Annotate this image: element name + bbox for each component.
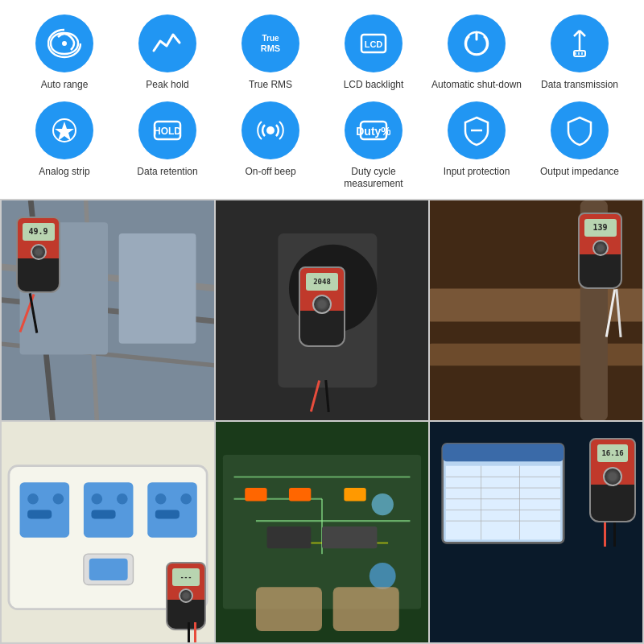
svg-marker-15 bbox=[55, 122, 74, 141]
svg-rect-40 bbox=[20, 483, 70, 538]
svg-point-41 bbox=[27, 493, 39, 505]
svg-point-18 bbox=[266, 126, 275, 134]
feature-duty-cycle: Duty% Duty cycle measurement bbox=[325, 101, 422, 191]
feature-analog-strip: Analog strip bbox=[16, 101, 113, 191]
svg-rect-48 bbox=[147, 483, 197, 538]
output-impedance-label: Output impedance bbox=[540, 166, 619, 179]
feature-data-retention: HOLD Data retention bbox=[119, 101, 216, 191]
lcd-backlight-icon: LCD bbox=[345, 14, 402, 72]
photo-grid: 49.9 2048 bbox=[0, 199, 644, 644]
on-off-beep-label: On-off beep bbox=[245, 166, 295, 179]
svg-text:Duty%: Duty% bbox=[357, 125, 390, 138]
svg-point-67 bbox=[369, 564, 396, 590]
svg-rect-69 bbox=[333, 588, 399, 632]
auto-range-label: Auto range bbox=[41, 79, 89, 92]
on-off-beep-icon bbox=[242, 101, 299, 159]
svg-point-49 bbox=[155, 493, 167, 505]
lcd-backlight-label: LCD backlight bbox=[344, 79, 404, 92]
input-protection-icon bbox=[448, 101, 506, 159]
feature-data-transmission: Data transmission bbox=[531, 14, 628, 92]
svg-rect-68 bbox=[256, 588, 322, 632]
features-grid: Auto range Peak hold True RMS bbox=[16, 14, 628, 191]
svg-point-45 bbox=[91, 493, 102, 505]
true-rms-label: True RMS bbox=[249, 79, 292, 92]
duty-cycle-icon: Duty% bbox=[345, 101, 402, 159]
analog-strip-icon bbox=[35, 101, 93, 159]
feature-output-impedance: Output impedance bbox=[531, 101, 628, 191]
true-rms-icon: True RMS bbox=[242, 14, 299, 72]
svg-text:LCD: LCD bbox=[365, 39, 383, 49]
peak-hold-icon bbox=[138, 14, 196, 72]
svg-rect-29 bbox=[119, 233, 196, 344]
feature-lcd-backlight: LCD LCD backlight bbox=[325, 14, 422, 92]
photo-cell-1: 49.9 bbox=[2, 200, 214, 421]
photo-cell-5 bbox=[216, 422, 428, 642]
feature-on-off-beep: On-off beep bbox=[222, 101, 319, 191]
feature-input-protection: Input protection bbox=[428, 101, 525, 191]
photo-cell-3: 139 bbox=[430, 200, 642, 421]
photo-cell-4: --- bbox=[2, 422, 214, 642]
peak-hold-label: Peak hold bbox=[146, 79, 188, 92]
svg-rect-53 bbox=[89, 559, 128, 580]
output-impedance-icon bbox=[551, 101, 609, 159]
feature-peak-hold: Peak hold bbox=[119, 14, 216, 92]
duty-cycle-label: Duty cycle measurement bbox=[325, 166, 422, 191]
svg-rect-64 bbox=[267, 526, 312, 548]
auto-range-icon bbox=[35, 14, 93, 72]
analog-strip-label: Analog strip bbox=[39, 166, 89, 179]
auto-shutdown-label: Automatic shut-down bbox=[431, 79, 522, 92]
svg-rect-47 bbox=[91, 510, 115, 519]
page-wrapper: Auto range Peak hold True RMS bbox=[0, 0, 644, 644]
photo-cell-6: 16.16 bbox=[430, 422, 642, 642]
svg-point-46 bbox=[117, 493, 128, 505]
feature-auto-shutdown: Automatic shut-down bbox=[428, 14, 525, 92]
svg-point-66 bbox=[372, 493, 394, 515]
data-retention-icon: HOLD bbox=[138, 101, 196, 159]
auto-shutdown-icon bbox=[448, 14, 506, 72]
svg-rect-43 bbox=[27, 510, 52, 519]
svg-text:RMS: RMS bbox=[261, 43, 280, 53]
feature-true-rms: True RMS True RMS bbox=[222, 14, 319, 92]
data-transmission-icon bbox=[551, 14, 609, 72]
svg-point-42 bbox=[53, 493, 64, 505]
features-section: Auto range Peak hold True RMS bbox=[0, 0, 644, 199]
svg-point-50 bbox=[180, 493, 192, 505]
svg-rect-63 bbox=[344, 488, 365, 501]
data-transmission-label: Data transmission bbox=[541, 79, 618, 92]
svg-text:HOLD: HOLD bbox=[154, 126, 181, 137]
data-retention-label: Data retention bbox=[137, 166, 197, 179]
svg-rect-72 bbox=[443, 444, 564, 462]
photo-cell-2: 2048 bbox=[216, 200, 428, 421]
svg-rect-62 bbox=[289, 488, 311, 501]
feature-auto-range: Auto range bbox=[16, 14, 113, 92]
svg-rect-44 bbox=[84, 483, 134, 538]
svg-rect-61 bbox=[245, 488, 266, 501]
svg-text:True: True bbox=[262, 34, 279, 43]
svg-point-0 bbox=[62, 41, 67, 46]
svg-rect-51 bbox=[155, 510, 180, 519]
input-protection-label: Input protection bbox=[444, 166, 510, 179]
svg-rect-65 bbox=[322, 526, 377, 548]
